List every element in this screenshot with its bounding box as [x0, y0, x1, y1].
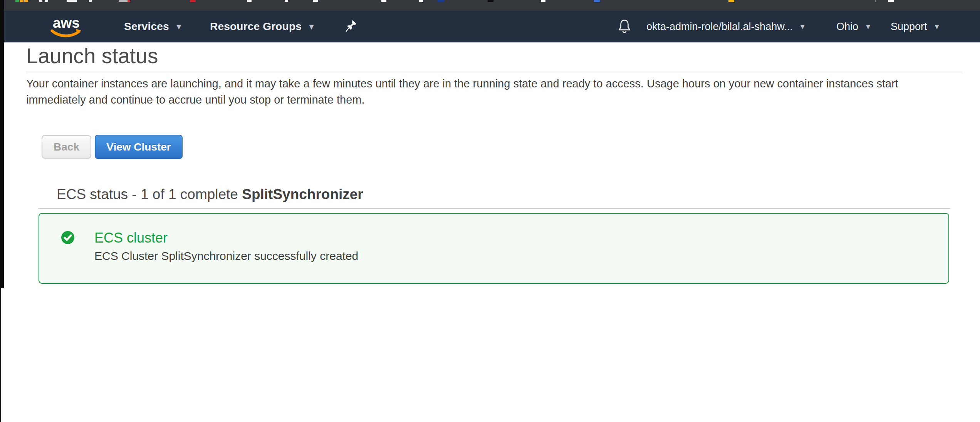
ecs-status-heading-prefix: ECS status - 1 of 1 complete	[57, 186, 242, 202]
favicon-fragment	[875, 0, 876, 2]
favicon-fragment	[20, 0, 23, 2]
favicon-fragment	[381, 0, 386, 2]
favicon-fragment	[39, 0, 42, 2]
browser-chrome-strip	[4, 0, 980, 11]
page-title: Launch status	[26, 43, 158, 69]
success-alert: ECS cluster ECS Cluster SplitSynchronize…	[39, 213, 949, 284]
chevron-down-icon: ▾	[800, 22, 805, 31]
favicon-fragment	[67, 0, 77, 2]
favicon-fragment	[728, 0, 734, 2]
services-label: Services	[124, 20, 169, 33]
favicon-fragment	[15, 0, 19, 2]
favicon-fragment	[45, 0, 48, 2]
view-cluster-button[interactable]: View Cluster	[95, 135, 183, 159]
section-divider	[38, 208, 950, 209]
account-label: okta-admin-role/bilal.al-shahw...	[646, 21, 793, 33]
pushpin-icon	[345, 20, 357, 33]
favicon-fragment	[888, 0, 894, 2]
success-alert-title: ECS cluster	[94, 231, 168, 245]
success-check-icon	[61, 231, 75, 244]
region-label: Ohio	[836, 21, 858, 33]
favicon-fragment	[128, 0, 130, 2]
action-button-row: Back View Cluster	[42, 135, 183, 159]
favicon-fragment	[488, 0, 493, 2]
nav-menu-region[interactable]: Ohio ▾	[836, 11, 870, 42]
chevron-down-icon: ▾	[177, 22, 181, 31]
cluster-name: SplitSynchronizer	[242, 186, 363, 202]
favicon-fragment	[89, 0, 92, 2]
chevron-down-icon: ▾	[309, 22, 314, 31]
notification-bell-icon	[618, 19, 631, 34]
favicon-fragment	[313, 0, 318, 2]
chevron-down-icon: ▾	[935, 22, 939, 31]
desktop-edge	[0, 288, 1, 422]
aws-console-screen: aws Services ▾ Resource Groups ▾ okta-ad…	[0, 0, 980, 422]
nav-menu-support[interactable]: Support ▾	[891, 11, 939, 42]
title-divider	[26, 72, 963, 72]
nav-menu-services[interactable]: Services ▾	[124, 11, 181, 42]
notifications-button[interactable]	[618, 11, 631, 42]
nav-menu-account[interactable]: okta-admin-role/bilal.al-shahw... ▾	[646, 11, 805, 42]
support-label: Support	[891, 21, 927, 33]
favicon-fragment	[285, 0, 288, 2]
back-button[interactable]: Back	[42, 135, 91, 159]
chevron-down-icon: ▾	[866, 22, 870, 31]
bookmarks-bar-fragment	[4, 0, 980, 2]
aws-smile-swoosh	[52, 31, 79, 36]
pin-shortcut-button[interactable]	[345, 11, 357, 42]
favicon-fragment	[541, 0, 545, 2]
favicon-fragment	[247, 0, 252, 2]
aws-navbar: aws Services ▾ Resource Groups ▾ okta-ad…	[4, 11, 980, 43]
launch-status-description: Your container instances are launching, …	[26, 75, 960, 108]
favicon-fragment	[419, 0, 423, 2]
nav-menu-resource-groups[interactable]: Resource Groups ▾	[210, 11, 314, 42]
aws-logo-text: aws	[53, 15, 80, 31]
favicon-fragment	[438, 0, 444, 2]
favicon-fragment	[190, 0, 196, 2]
desktop-edge	[0, 0, 4, 288]
success-alert-message: ECS Cluster SplitSynchronizer successful…	[94, 250, 358, 262]
aws-logo[interactable]: aws	[49, 15, 83, 39]
favicon-fragment	[594, 0, 600, 2]
ecs-status-heading: ECS status - 1 of 1 complete SplitSynchr…	[57, 187, 363, 201]
resource-groups-label: Resource Groups	[210, 20, 302, 33]
favicon-fragment	[24, 0, 28, 2]
